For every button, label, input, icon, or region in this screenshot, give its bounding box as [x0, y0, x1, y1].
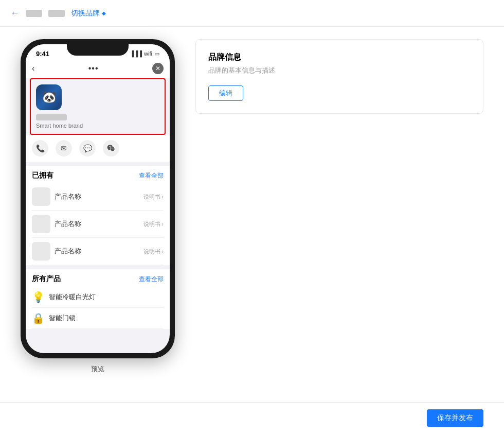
- owned-section-header: 已拥有 查看全部: [32, 166, 164, 183]
- phone-notch: [67, 44, 129, 56]
- phone-contact-icon[interactable]: 📞: [32, 140, 48, 157]
- save-publish-button[interactable]: 保存并发布: [427, 409, 483, 427]
- messenger-contact-icon[interactable]: 💬: [79, 140, 96, 157]
- product-name-3: 产品名称: [55, 247, 139, 256]
- app-back-icon[interactable]: ‹: [32, 64, 34, 73]
- breadcrumb-1: [26, 10, 42, 17]
- brand-switch-button[interactable]: 切换品牌 ◆: [71, 9, 106, 18]
- owned-section-title: 已拥有: [32, 171, 53, 180]
- brand-logo-emoji: 🐼: [42, 91, 56, 104]
- status-icons: ▐▐▐ wifi ▭: [130, 50, 159, 57]
- all-product-name-1: 智能冷暖白光灯: [49, 292, 96, 302]
- product-manual-2[interactable]: 说明书 ›: [143, 220, 164, 228]
- brand-logo-row: 🐼: [36, 84, 159, 110]
- panel-title: 品牌信息: [208, 52, 471, 63]
- all-products-section: 所有产品 查看全部 💡 智能冷暖白光灯 🔒 智能门锁: [26, 269, 170, 329]
- preview-area: 9:41 ▐▐▐ wifi ▭ ‹ ••• ✕: [21, 39, 175, 390]
- wechat-contact-icon[interactable]: [103, 140, 119, 157]
- brand-name-placeholder: [36, 114, 67, 120]
- product-name-1: 产品名称: [55, 192, 139, 201]
- all-product-name-2: 智能门锁: [49, 314, 76, 323]
- main-content: 9:41 ▐▐▐ wifi ▭ ‹ ••• ✕: [0, 27, 504, 402]
- panel-subtitle: 品牌的基本信息与描述: [208, 66, 471, 75]
- all-products-title: 所有产品: [32, 274, 61, 284]
- breadcrumb-2: [48, 10, 65, 17]
- product-thumb-2: [32, 215, 50, 233]
- product-manual-1[interactable]: 说明书 ›: [143, 193, 164, 201]
- chevron-down-icon: ◆: [102, 10, 106, 16]
- bulb-icon: 💡: [32, 291, 45, 303]
- signal-icon: ▐▐▐: [130, 50, 142, 57]
- phone-mockup: 9:41 ▐▐▐ wifi ▭ ‹ ••• ✕: [21, 39, 175, 358]
- all-product-item-2: 🔒 智能门锁: [32, 308, 164, 329]
- app-nav-bar: ‹ ••• ✕: [26, 59, 170, 78]
- wifi-icon: wifi: [144, 50, 152, 57]
- brand-logo: 🐼: [36, 84, 62, 110]
- owned-product-item-2: 产品名称 说明书 ›: [32, 211, 164, 238]
- owned-view-all-link[interactable]: 查看全部: [139, 171, 164, 180]
- edit-button[interactable]: 编辑: [208, 85, 243, 101]
- all-products-section-header: 所有产品 查看全部: [32, 269, 164, 287]
- app-more-icon[interactable]: •••: [88, 64, 99, 73]
- all-product-item-1: 💡 智能冷暖白光灯: [32, 287, 164, 308]
- top-navigation: ← 切换品牌 ◆: [0, 0, 504, 27]
- status-time: 9:41: [36, 50, 49, 58]
- owned-products-section: 已拥有 查看全部 产品名称 说明书 › 产品名称: [26, 166, 170, 265]
- lock-icon: 🔒: [32, 312, 45, 324]
- preview-label: 预览: [91, 365, 104, 374]
- product-thumb-1: [32, 187, 50, 206]
- app-close-icon[interactable]: ✕: [152, 63, 164, 74]
- email-contact-icon[interactable]: ✉: [56, 140, 72, 157]
- all-products-view-all-link[interactable]: 查看全部: [139, 275, 164, 284]
- owned-product-item-3: 产品名称 说明书 ›: [32, 238, 164, 265]
- contact-icons-row: 📞 ✉ 💬: [26, 135, 170, 162]
- product-manual-3[interactable]: 说明书 ›: [143, 248, 164, 255]
- back-icon[interactable]: ←: [10, 8, 20, 19]
- brand-header-card: 🐼 Smart home brand: [30, 78, 166, 135]
- battery-icon: ▭: [154, 50, 159, 57]
- product-name-2: 产品名称: [55, 219, 139, 229]
- brand-text-label: Smart home brand: [36, 123, 159, 129]
- product-thumb-3: [32, 242, 50, 261]
- phone-screen: 9:41 ▐▐▐ wifi ▭ ‹ ••• ✕: [26, 44, 170, 353]
- owned-product-item: 产品名称 说明书 ›: [32, 183, 164, 211]
- bottom-bar: 保存并发布: [0, 402, 504, 433]
- brand-info-panel: 品牌信息 品牌的基本信息与描述 编辑: [195, 39, 483, 114]
